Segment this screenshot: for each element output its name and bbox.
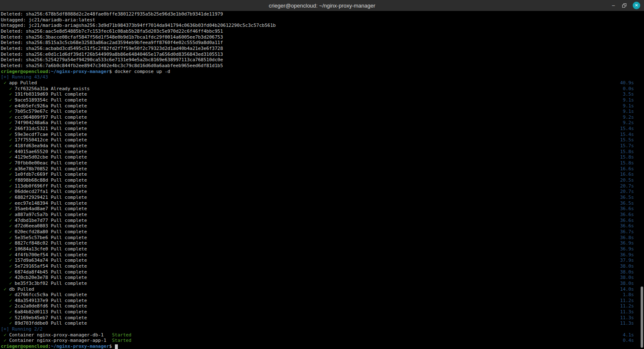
duration: 9.2s [623,120,644,126]
duration: 15.4s [620,132,644,138]
terminal-line: Untagged: jc21/mariadb-aria:latest [1,17,644,23]
duration: 0.0s [623,86,644,92]
duration: 36.6s [620,218,644,224]
terminal-line: ✓ eec97e148394 Pull complete36.5s [1,201,644,206]
terminal-line: ✓ 6a84b82d0113 Pull complete11.3s [1,309,644,315]
terminal-line: ✓ be35f3c3bf02 Pull complete38.0s [1,281,644,286]
titlebar[interactable]: crieger@opencloud: ~/nginx-proxy-manager… [0,0,644,11]
duration: 38.0s [620,263,644,269]
terminal-line: Deleted: sha256:e0d1c1d6df39d1f26b544909… [1,52,644,57]
duration: 9.1s [623,97,644,103]
terminal-line: Deleted: sha256:7a6b0c844fb2ee8947c3402e… [1,63,644,69]
duration: 9.2s [623,115,644,120]
terminal-line: ✓ 113db0f696ff Pull complete20.7s [1,183,644,189]
terminal-line: ✓ 6882f2929421 Pull complete36.5s [1,195,644,201]
close-button[interactable]: ✕ [633,2,640,9]
terminal-line: ✓ 74f904248a6a Pull complete9.2s [1,120,644,126]
close-icon: ✕ [635,3,638,8]
duration: 36.8s [620,235,644,241]
terminal-line: ✓ 2ca2a0de8fd6 Pull complete11.2s [1,303,644,309]
duration: 9.1s [623,103,644,109]
duration: 36.7s [620,229,644,235]
terminal-line: Deleted: sha256:8515a3c5cb68e32583a86ac2… [1,40,644,46]
terminal-line: ✓ Container nginx-proxy-manager-db-1 Sta… [1,332,644,338]
terminal-line: ✓ 9ace5189354c Pull complete9.1s [1,97,644,103]
terminal-line: crieger@opencloud:~/nginx-proxy-manager$ [1,344,644,349]
duration: 9.1s [623,109,644,115]
terminal-line: ✓ 1e0fdb7c669f Pull complete16.6s [1,172,644,177]
duration: 38.0s [620,275,644,281]
terminal-line: ✓ 70fbb0e00eac Pull complete15.8s [1,160,644,166]
terminal-line: Deleted: sha256:5254279a54ef94290ca533c6… [1,57,644,63]
terminal-line: ✓ 17f7550412ce Pull complete15.5s [1,137,644,143]
duration: 16.6s [620,166,644,172]
duration: 36.6s [620,206,644,212]
duration: 36.5s [620,201,644,206]
duration: 15.7s [620,143,644,149]
terminal-line: ✓ 44015ae65520 Pull complete15.8s [1,149,644,155]
terminal-screen[interactable]: Deleted: sha256:678b5df8088d2c2e48fae0bf… [0,11,644,349]
terminal-line: ✓ 7b05c579e67c Pull complete9.1s [1,109,644,115]
terminal-line: ✓ 418fd63ea9da Pull complete15.7s [1,143,644,149]
terminal-line: Deleted: sha256:aac5e8d54885b7c7c153fec6… [1,29,644,34]
terminal-line: ✓ 59e3ecdf7cae Pull complete15.4s [1,132,644,138]
terminal-line: ✓ 8827cf848c02 Pull complete36.9s [1,240,644,246]
terminal-line: ✓ ccc964809f97 Pull complete9.2s [1,115,644,120]
duration: 20.7s [620,189,644,195]
duration: 20.7s [620,183,644,189]
terminal-line: ✓ 4129e5d02cbe Pull complete15.8s [1,154,644,160]
terminal-line: ✓ 48a3549137e9 Pull complete11.2s [1,298,644,304]
terminal-line: ✓ 420cb20e3e78 Pull complete38.0s [1,275,644,281]
terminal-line: [+] Running 43/43 [1,74,644,80]
duration: 40.9s [620,80,644,86]
duration: 38.0s [620,269,644,275]
duration: 20.5s [620,177,644,183]
duration: 15.4s [620,126,644,132]
terminal-line: ✓ f8898b68c88d Pull complete20.5s [1,177,644,183]
duration: 36.9s [620,240,644,246]
terminal-line: ✓ a36e78b70852 Pull complete16.6s [1,166,644,172]
terminal-line: Untagged: jc21/mariadb-aria@sha256:3d9d7… [1,23,644,29]
terminal-line: ✓ 157d9a634a74 Pull complete37.9s [1,258,644,263]
terminal-line: Deleted: sha256:678b5df8088d2c2e48fae0bf… [1,11,644,17]
terminal-line: [+] Running 2/2 [1,326,644,332]
duration: 36.9s [620,252,644,258]
terminal-line: ✓ 06ddecd27fa1 Pull complete20.7s [1,189,644,195]
duration: 37.9s [620,258,644,263]
terminal-line: crieger@opencloud:~/nginx-proxy-manager$… [1,69,644,75]
duration: 36.9s [620,246,644,252]
duration: 15.8s [620,149,644,155]
terminal-line: Deleted: sha256:acbabd3cd5495c51f5c2f82f… [1,46,644,52]
terminal-line: ✓ 266f31dc5321 Pull complete15.4s [1,126,644,132]
minimize-button[interactable]: – [611,3,616,8]
terminal-line: ✓ d2766fcc5c9a Pull complete1.8s [1,292,644,298]
terminal-line: ✓ app Pulled40.9s [1,80,644,86]
terminal-line: ✓ 35aeb4ad8ae7 Pull complete36.6s [1,206,644,212]
terminal-line: ✓ 5e729165af54 Pull complete38.0s [1,263,644,269]
duration: 16.6s [620,172,644,177]
terminal-line: ✓ 47dbd1be7d77 Pull complete36.6s [1,218,644,224]
terminal-line: ✓ e4db5efc926a Pull complete9.1s [1,103,644,109]
window-title: crieger@opencloud: ~/nginx-proxy-manager [0,3,644,9]
terminal-line: ✓ 191fb0319d69 Pull complete3.5s [1,91,644,97]
duration: 15.8s [620,160,644,166]
duration: 36.6s [620,223,644,229]
duration: 3.5s [623,91,644,97]
terminal-line: ✓ Container nginx-proxy-manager-app-1 St… [1,338,644,344]
terminal-line: ✓ 89d703fddbe0 Pull complete11.3s [1,320,644,326]
terminal-line: Deleted: sha256:3bacce08cfaf5847f56d1f54… [1,34,644,40]
terminal-line: ✓ 4f4fb700ef54 Pull complete36.9s [1,252,644,258]
duration: 38.0s [620,281,644,286]
duration: 36.6s [620,212,644,218]
scrollbar-thumb[interactable] [641,286,643,348]
cursor [115,344,118,349]
restore-button[interactable] [622,3,626,8]
terminal-line: ✓ 020ecfd28a80 Pull complete36.7s [1,229,644,235]
terminal-line: ✓ 10684a13cfe0 Pull complete36.9s [1,246,644,252]
terminal-line: ✓ 5e35e5c57be6 Pull complete36.8s [1,235,644,241]
terminal-line: ✓ 6874da8f4b45 Pull complete38.0s [1,269,644,275]
duration: 36.5s [620,195,644,201]
terminal-line: ✓ a887a97c5a7b Pull complete36.6s [1,212,644,218]
terminal-line: ✓ 52169eb45eb7 Pull complete11.3s [1,315,644,321]
duration: 15.8s [620,154,644,160]
